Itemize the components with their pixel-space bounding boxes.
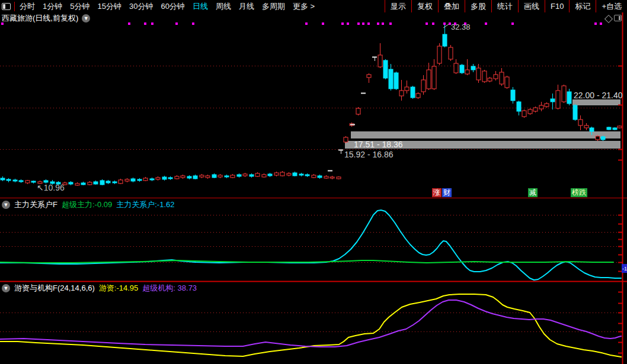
period-tab-4[interactable]: 15分钟 [97,1,121,12]
period-tab-5[interactable]: 30分钟 [129,1,153,12]
period-tab-8[interactable]: 周线 [216,1,231,12]
panel1-name[interactable]: 主力关系户F [14,199,57,210]
candle-body [100,181,104,185]
candle-body [584,125,588,128]
panel2-metric-1: 游资:-14.95 [99,283,139,294]
candle-body [225,176,229,177]
tool-button-5[interactable]: 统计 [491,0,518,12]
period-tab-1[interactable]: 分时 [20,1,35,12]
chevron-down-icon[interactable]: ▼ [82,14,90,22]
candle-body [522,111,526,117]
period-tab-6[interactable]: 60分钟 [161,1,184,12]
candle-body [511,90,515,101]
candle-body [268,174,272,176]
candle-body [262,175,266,177]
panel2-line-游资 [0,294,621,357]
tag-badge-1[interactable]: 涨 [432,188,442,197]
candle-body [389,69,393,89]
tag-badge-4[interactable]: 榜跌 [571,188,587,197]
low-price-annotation: ↖10.96 [37,183,65,192]
signal-dot [382,22,384,25]
tag-badge-3[interactable]: 减 [528,188,538,197]
candle-body [312,175,316,178]
panel2-name[interactable]: 游资与机构F(24,14,6,6) [14,283,95,294]
signal-dot [128,22,130,25]
candle-body [607,127,611,130]
candle-body [476,68,481,80]
candle-body [618,126,622,128]
candle-body [19,181,23,182]
signal-dot [144,22,146,25]
tag-badge-2[interactable]: 财 [442,188,452,197]
signal-dot [377,22,379,25]
tool-button-3[interactable]: 叠加 [438,0,465,12]
tool-button-8[interactable]: 标记 [569,0,596,12]
tool-button-1[interactable]: 显示 [385,0,411,12]
period-tab-7[interactable]: 日线 [193,1,208,12]
candle-body [206,176,210,178]
candle-body [411,87,415,98]
tool-button-7[interactable]: F10 [545,0,569,12]
candle-body [274,173,279,175]
chart-canvas[interactable]: -1 [0,0,627,364]
candle-body [44,181,48,182]
candle-body [1,178,5,180]
tool-button-9[interactable]: +自选 [596,0,627,12]
period-tab-3[interactable]: 5分钟 [70,1,89,12]
tool-button-2[interactable]: 复权 [411,0,438,12]
candle-body [81,183,85,185]
candle-body [156,178,160,179]
price-band [572,99,620,105]
candle-body [528,109,532,114]
candle-body [218,175,222,177]
chevron-down-icon[interactable]: ▼ [2,284,10,292]
candle-body [162,177,167,179]
tool-menu: 显示复权叠加多股统计画线F10标记+自选 [385,0,627,12]
signal-dot [192,22,194,25]
peak-price-annotation: 32.38 [451,22,471,31]
signal-dot [432,22,434,25]
candle-body [13,180,17,181]
panel2-header: ▼ 游资与机构F(24,14,6,6) 游资:-14.95 超级机构: 38.7… [2,283,197,294]
candle-body [31,181,36,182]
period-tab-11[interactable]: 更多 > [293,1,315,12]
candle-body [562,86,566,102]
candle-body [212,175,216,178]
candle-body [299,174,303,175]
signal-dot [151,22,153,25]
stock-title-row[interactable]: 西藏旅游(日线,前复权) ▼ [2,13,90,24]
candle-body [305,175,309,176]
tool-button-6[interactable]: 画线 [518,0,545,12]
period-tab-9[interactable]: 月线 [239,1,254,12]
candle-body [187,176,191,178]
candle-body [517,102,521,111]
split-window-icon[interactable] [2,3,11,10]
candle-body [427,70,431,89]
candle-body [175,176,179,179]
candle-body [143,178,148,181]
candle-body [465,70,469,74]
candle-body [324,176,328,178]
candle-body [356,108,360,114]
candle-body [125,179,129,181]
price-band [351,131,620,138]
period-tab-10[interactable]: 多周期 [262,1,285,12]
candle-body [613,128,617,130]
candle-body [578,120,583,125]
signal-dot [511,22,514,25]
side-panel-icon[interactable] [614,15,622,21]
candle-body [601,137,605,140]
candle-body [231,175,235,178]
candle-body [94,182,98,184]
low-price-value: 10.96 [44,183,65,192]
candle-body [344,137,348,142]
signal-dot [389,22,392,25]
tool-button-4[interactable]: 多股 [465,0,491,12]
candle-body [293,173,297,176]
candle-body [378,55,382,67]
candle-body [399,91,404,96]
candle-body [416,94,420,98]
period-tab-2[interactable]: 1分钟 [43,1,62,12]
candle-body [460,65,464,73]
chevron-down-icon[interactable]: ▼ [2,201,10,209]
